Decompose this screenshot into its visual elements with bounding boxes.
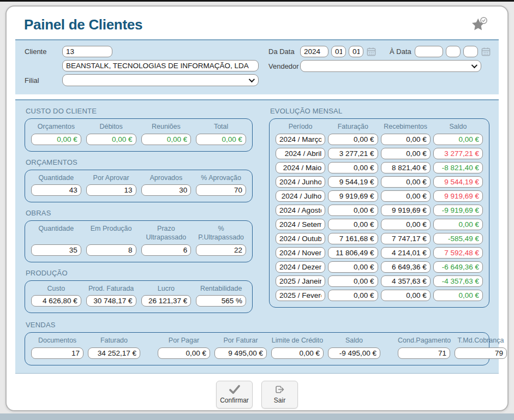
saldo-field[interactable]: [433, 205, 483, 216]
recebimentos-field[interactable]: [381, 275, 431, 287]
chevron-down-icon: [471, 62, 477, 68]
evolucao-row: [276, 162, 483, 173]
section-evolucao-mensal: EVOLUÇÃO MENSAL Período Faturação Recebi…: [269, 107, 489, 308]
faturacao-field[interactable]: [328, 247, 378, 259]
faturacao-field[interactable]: [328, 261, 378, 273]
recebimentos-field[interactable]: [381, 233, 431, 244]
a-data-month-input[interactable]: [446, 46, 461, 57]
a-data-year-input[interactable]: [415, 46, 443, 57]
recebimentos-field[interactable]: [381, 261, 431, 273]
periodo-field[interactable]: [276, 275, 325, 287]
vendedor-select[interactable]: [300, 60, 481, 72]
sair-button[interactable]: Sair: [261, 381, 298, 409]
action-button-bar: Confirmar Sair: [15, 374, 499, 409]
saldo-field[interactable]: [433, 247, 483, 259]
saldo-field[interactable]: [433, 134, 483, 145]
section-title: EVOLUÇÃO MENSAL: [270, 107, 489, 115]
orc-quantidade-field[interactable]: [31, 184, 81, 196]
da-data-year-input[interactable]: [300, 46, 328, 57]
lucro-field[interactable]: [141, 295, 192, 307]
recebimentos-field[interactable]: [381, 162, 431, 173]
cliente-name-input[interactable]: [62, 60, 259, 71]
orcamentos-custo-field[interactable]: [31, 134, 81, 145]
faturacao-field[interactable]: [328, 190, 378, 202]
prod-faturada-field[interactable]: [86, 295, 136, 307]
faturacao-field[interactable]: [328, 275, 378, 287]
rentabilidade-field[interactable]: [196, 295, 246, 307]
total-custo-field[interactable]: [196, 134, 246, 145]
periodo-field[interactable]: [276, 247, 325, 259]
faturacao-field[interactable]: [328, 233, 378, 244]
custo-producao-field[interactable]: [31, 295, 81, 307]
saldo-field[interactable]: [433, 176, 483, 188]
filial-select[interactable]: [62, 74, 259, 86]
periodo-field[interactable]: [276, 219, 325, 230]
periodo-field[interactable]: [276, 233, 325, 244]
periodo-field[interactable]: [276, 162, 325, 173]
main-panel: CUSTO DO CLIENTE Orçamentos Débitos Reun…: [15, 99, 499, 374]
recebimentos-field[interactable]: [381, 219, 431, 230]
field-label: Orçamentos: [31, 123, 81, 131]
saldo-field[interactable]: [433, 162, 483, 173]
saldo-field[interactable]: [433, 290, 483, 301]
filial-label: Filial: [25, 76, 62, 85]
da-data-month-input[interactable]: [331, 46, 346, 57]
debitos-field[interactable]: [86, 134, 136, 145]
da-data-day-input[interactable]: [349, 46, 363, 57]
por-aprovar-field[interactable]: [86, 184, 136, 196]
recebimentos-field[interactable]: [381, 247, 431, 259]
faturacao-field[interactable]: [328, 219, 378, 230]
periodo-field[interactable]: [276, 290, 325, 301]
a-data-day-input[interactable]: [463, 46, 478, 57]
saldo-field[interactable]: [433, 219, 483, 230]
recebimentos-field[interactable]: [381, 134, 431, 145]
periodo-field[interactable]: [276, 190, 325, 202]
cliente-code-input[interactable]: [62, 46, 112, 57]
prazo-ultrapassado-field[interactable]: [141, 244, 192, 256]
periodo-field[interactable]: [276, 134, 325, 145]
a-data-calendar-icon[interactable]: [481, 46, 491, 57]
faturacao-field[interactable]: [328, 205, 378, 216]
saldo-field[interactable]: [433, 190, 483, 202]
faturacao-field[interactable]: [328, 148, 378, 159]
field-label: Prazo Ultrapassado: [141, 225, 192, 242]
periodo-field[interactable]: [276, 205, 325, 216]
periodo-field[interactable]: [276, 261, 325, 273]
tmd-cobranca-field[interactable]: [455, 347, 507, 359]
reunioes-field[interactable]: [141, 134, 192, 145]
por-pagar-field[interactable]: [158, 347, 210, 359]
periodo-field[interactable]: [276, 176, 325, 188]
cond-pagamento-field[interactable]: [398, 347, 450, 359]
obras-quantidade-field[interactable]: [31, 244, 81, 256]
evolucao-row: [276, 176, 483, 188]
recebimentos-field[interactable]: [381, 290, 431, 301]
faturado-field[interactable]: [88, 347, 140, 359]
confirmar-button[interactable]: Confirmar: [216, 381, 253, 409]
por-faturar-field[interactable]: [214, 347, 267, 359]
recebimentos-field[interactable]: [381, 190, 431, 202]
pct-ultrapassado-field[interactable]: [196, 244, 246, 256]
section-custo-do-cliente: CUSTO DO CLIENTE Orçamentos Débitos Reun…: [25, 107, 253, 152]
evolucao-row: [276, 275, 483, 287]
faturacao-field[interactable]: [328, 290, 378, 301]
em-producao-field[interactable]: [86, 244, 136, 256]
saldo-field[interactable]: [433, 233, 483, 244]
aprovados-field[interactable]: [141, 184, 192, 196]
faturacao-field[interactable]: [328, 176, 378, 188]
saldo-field[interactable]: [433, 148, 483, 159]
faturacao-field[interactable]: [328, 162, 378, 173]
column-header: Faturação: [328, 123, 378, 130]
favorite-star-icon[interactable]: [469, 16, 490, 35]
saldo-field[interactable]: [433, 261, 483, 273]
periodo-field[interactable]: [276, 148, 325, 159]
recebimentos-field[interactable]: [381, 176, 431, 188]
faturacao-field[interactable]: [328, 134, 378, 145]
recebimentos-field[interactable]: [381, 148, 431, 159]
saldo-field[interactable]: [433, 275, 483, 287]
saldo-vendas-field[interactable]: [328, 347, 380, 359]
recebimentos-field[interactable]: [381, 205, 431, 216]
documentos-field[interactable]: [31, 347, 83, 359]
pct-aprovacao-field[interactable]: [196, 184, 246, 196]
da-data-calendar-icon[interactable]: [366, 46, 376, 57]
limite-credito-field[interactable]: [271, 347, 324, 359]
